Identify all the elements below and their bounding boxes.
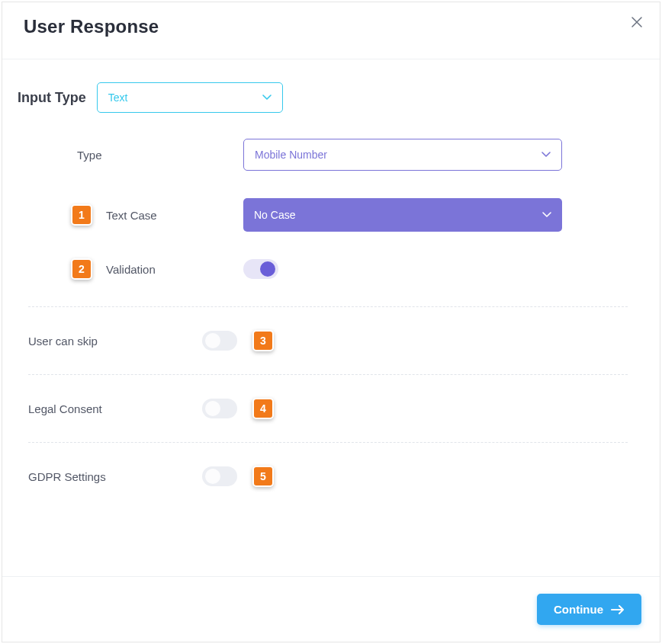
row-user-can-skip: User can skip 3 [18, 330, 638, 351]
section-divider [28, 306, 628, 307]
type-value: Mobile Number [255, 149, 327, 161]
row-type: Type Mobile Number [18, 139, 638, 171]
user-can-skip-toggle[interactable] [202, 331, 237, 351]
annotation-badge-2: 2 [71, 258, 92, 280]
legal-consent-toggle[interactable] [202, 399, 237, 418]
row-text-case: 1 Text Case No Case [18, 198, 638, 232]
annotation-badge-5: 5 [252, 466, 274, 487]
modal-header: User Response [2, 2, 660, 59]
type-select[interactable]: Mobile Number [243, 139, 562, 171]
gdpr-settings-toggle[interactable] [202, 466, 237, 486]
toggle-knob [205, 401, 220, 416]
annotation-badge-3: 3 [252, 330, 274, 351]
text-case-value: No Case [254, 209, 295, 221]
validation-toggle[interactable] [243, 259, 278, 279]
chevron-down-icon [262, 95, 272, 101]
input-type-select[interactable]: Text [97, 82, 283, 113]
input-type-value: Text [108, 91, 128, 104]
input-type-label: Input Type [18, 90, 86, 106]
row-validation: 2 Validation [18, 259, 638, 279]
row-input-type: Input Type Text [18, 82, 638, 113]
gdpr-settings-label: GDPR Settings [28, 470, 202, 483]
legal-consent-label: Legal Consent [28, 402, 202, 415]
type-label: Type [77, 149, 243, 162]
user-response-modal: User Response Input Type Text Type Mobil… [2, 2, 660, 642]
chevron-down-icon [541, 152, 551, 158]
annotation-badge-1: 1 [71, 204, 92, 226]
text-case-select[interactable]: No Case [243, 198, 562, 232]
section-divider [28, 374, 628, 375]
modal-footer: Continue [2, 576, 660, 642]
modal-title: User Response [24, 16, 638, 37]
arrow-right-icon [611, 605, 625, 614]
text-case-label: Text Case [106, 209, 243, 222]
toggle-knob [205, 333, 220, 348]
toggle-knob [260, 261, 275, 277]
continue-label: Continue [554, 603, 603, 616]
user-can-skip-label: User can skip [28, 335, 202, 348]
row-legal-consent: Legal Consent 4 [18, 398, 638, 419]
continue-button[interactable]: Continue [537, 594, 641, 625]
validation-label: Validation [106, 263, 243, 276]
chevron-down-icon [542, 212, 551, 218]
annotation-badge-4: 4 [252, 398, 274, 419]
toggle-knob [205, 469, 220, 484]
section-divider [28, 442, 628, 443]
modal-body: Input Type Text Type Mobile Number 1 Tex… [2, 59, 660, 576]
close-button[interactable] [628, 13, 646, 31]
close-icon [631, 17, 642, 27]
row-gdpr-settings: GDPR Settings 5 [18, 466, 638, 487]
